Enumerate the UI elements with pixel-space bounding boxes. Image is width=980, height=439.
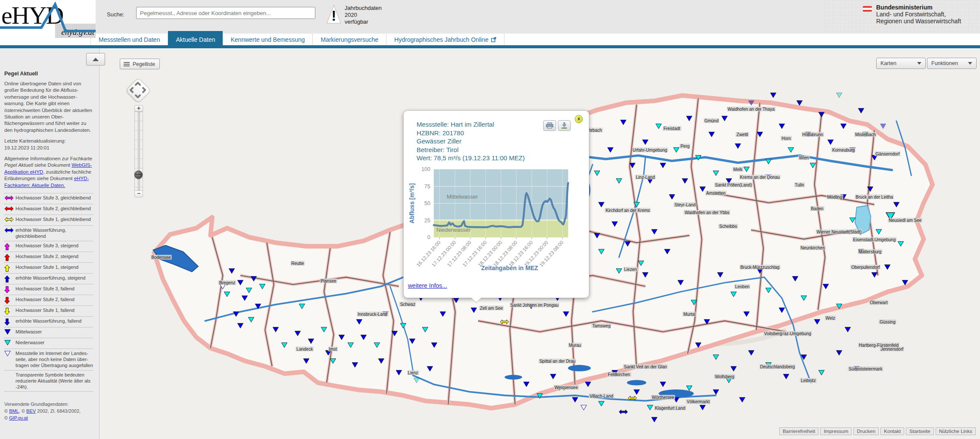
print-button[interactable] [543, 120, 556, 131]
gauge-marker-b[interactable] [708, 131, 715, 137]
gauge-marker-b[interactable] [228, 268, 235, 274]
gauge-marker-b[interactable] [294, 331, 301, 336]
gauge-marker-c[interactable] [633, 202, 640, 207]
gauge-marker-b[interactable] [783, 374, 790, 379]
gauge-marker-b[interactable] [748, 100, 754, 106]
gauge-marker-b[interactable] [818, 112, 825, 118]
gauge-marker-o[interactable] [581, 405, 587, 411]
gauge-marker-c[interactable] [875, 229, 882, 235]
gauge-marker-b[interactable] [792, 276, 798, 282]
gauge-marker-b[interactable] [660, 163, 666, 168]
gauge-marker-b[interactable] [431, 342, 437, 348]
gauge-marker-c[interactable] [673, 147, 679, 153]
gauge-marker-c[interactable] [537, 393, 543, 399]
gauge-marker-b[interactable] [272, 327, 279, 333]
gauge-marker-b[interactable] [884, 264, 891, 270]
gauge-marker-b[interactable] [642, 139, 649, 145]
popup-close-button[interactable]: x [575, 115, 583, 123]
zoom-out-button[interactable]: − [134, 190, 143, 197]
gauge-marker-b[interactable] [426, 366, 433, 371]
gauge-marker-b[interactable] [356, 319, 362, 324]
gauge-marker-b[interactable] [453, 298, 459, 303]
gauge-marker-b[interactable] [858, 108, 865, 114]
gauge-marker-c[interactable] [836, 303, 842, 309]
gauge-marker-b[interactable] [700, 405, 706, 411]
gauge-marker-b[interactable] [607, 147, 613, 153]
gauge-marker-c[interactable] [691, 299, 697, 305]
footer-link-drucken[interactable]: Drucken [853, 427, 879, 435]
gauge-marker-c[interactable] [647, 405, 653, 411]
gauge-marker-b[interactable] [880, 124, 887, 129]
gauge-marker-ylr[interactable] [628, 395, 637, 401]
gauge-marker-c[interactable] [712, 354, 719, 360]
gauge-marker-c[interactable] [809, 163, 816, 168]
zoom-handle[interactable] [134, 171, 143, 179]
gauge-marker-b[interactable] [779, 124, 785, 129]
tab-messstellen-und-daten[interactable]: Messstellen und Daten [90, 34, 168, 45]
gauge-marker-b[interactable] [871, 272, 877, 278]
gauge-marker-b[interactable] [823, 284, 829, 290]
search-input[interactable] [136, 7, 315, 19]
gauge-marker-b[interactable] [625, 241, 631, 246]
gauge-marker-c[interactable] [638, 260, 644, 266]
gauge-marker-b[interactable] [840, 124, 847, 129]
gauge-marker-b[interactable] [660, 382, 666, 387]
gauge-marker-b[interactable] [678, 280, 684, 286]
footer-link-startseite[interactable]: Startseite [906, 427, 934, 435]
gauge-marker-b[interactable] [250, 276, 257, 282]
sidebar-collapse-button[interactable] [86, 53, 105, 65]
sidebar-link[interactable]: BEV [26, 408, 36, 414]
tab-aktuelle-daten[interactable]: Aktuelle Daten [168, 31, 223, 45]
sidebar-link[interactable]: BML [9, 408, 19, 414]
gauge-marker-b[interactable] [845, 327, 851, 333]
gauge-marker-b[interactable] [734, 143, 741, 149]
sidebar-link[interactable]: GIP.gv.at [9, 415, 28, 420]
gauge-marker-c[interactable] [321, 327, 327, 333]
gauge-marker-b[interactable] [633, 389, 640, 395]
gauge-marker-b[interactable] [339, 335, 345, 340]
gauge-marker-c[interactable] [281, 342, 288, 348]
more-info-link[interactable]: weitere Infos... [408, 282, 447, 289]
gauge-marker-b[interactable] [770, 92, 776, 98]
gauge-marker-b[interactable] [361, 335, 367, 340]
gauge-marker-b[interactable] [440, 311, 446, 317]
gauge-marker-b[interactable] [598, 202, 605, 207]
pegelliste-button[interactable]: Pegelliste [120, 59, 160, 69]
tab-hydrographisches-jahrbuch-online[interactable]: Hydrographisches Jahrbuch Online [386, 34, 504, 45]
gauge-marker-c[interactable] [765, 288, 772, 293]
gauge-marker-b[interactable] [470, 307, 477, 313]
gauge-marker-c[interactable] [818, 370, 825, 375]
gauge-marker-b[interactable] [836, 350, 842, 356]
gauge-marker-c[interactable] [655, 124, 662, 129]
footer-link-kontakt[interactable]: Kontakt [880, 427, 904, 435]
footer-link-impressum[interactable]: Impressum [820, 427, 852, 435]
gauge-marker-b[interactable] [395, 370, 402, 375]
gauge-marker-c[interactable] [224, 292, 230, 297]
gauge-marker-c[interactable] [730, 292, 737, 297]
gauge-marker-c[interactable] [616, 178, 622, 184]
gauge-marker-b[interactable] [255, 303, 261, 309]
gauge-marker-c[interactable] [330, 358, 336, 364]
gauge-marker-b[interactable] [730, 366, 737, 371]
gauge-marker-b[interactable] [722, 116, 728, 121]
gauge-marker-c[interactable] [422, 327, 429, 333]
gauge-marker-c[interactable] [400, 323, 407, 328]
gauge-marker-b[interactable] [651, 229, 657, 235]
gauge-marker-b[interactable] [594, 233, 600, 239]
gauge-marker-b[interactable] [237, 280, 244, 286]
gauge-marker-b[interactable] [585, 382, 591, 387]
gauge-marker-c[interactable] [373, 342, 380, 348]
gauge-marker-b[interactable] [233, 311, 239, 317]
gauge-marker-b[interactable] [717, 272, 724, 278]
zoom-slider[interactable]: + − [133, 105, 144, 196]
gauge-marker-b[interactable] [391, 331, 398, 336]
map-pan-control[interactable] [124, 76, 152, 104]
gauge-marker-b[interactable] [409, 339, 415, 344]
karten-dropdown[interactable]: Karten [876, 58, 926, 69]
gauge-marker-b[interactable] [801, 354, 807, 360]
gauge-marker-c[interactable] [246, 288, 252, 293]
gauge-marker-c[interactable] [712, 171, 719, 176]
gauge-marker-b[interactable] [712, 389, 719, 395]
gauge-marker-b[interactable] [664, 249, 671, 254]
gauge-marker-c[interactable] [787, 147, 794, 153]
